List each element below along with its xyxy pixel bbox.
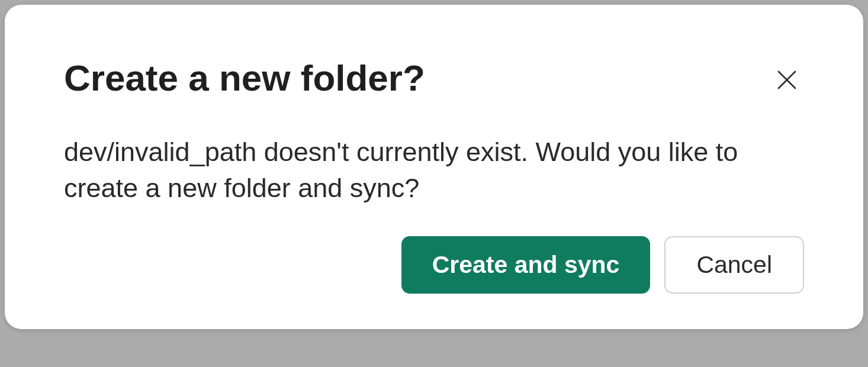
- close-button[interactable]: [770, 63, 804, 99]
- dialog-header: Create a new folder?: [64, 58, 804, 99]
- create-folder-dialog: Create a new folder? dev/invalid_path do…: [5, 5, 863, 329]
- close-icon: [774, 67, 799, 94]
- dialog-title: Create a new folder?: [64, 58, 425, 98]
- dialog-message: dev/invalid_path doesn't currently exist…: [64, 134, 804, 207]
- cancel-button[interactable]: Cancel: [664, 236, 804, 294]
- dialog-footer: Create and sync Cancel: [64, 236, 804, 294]
- create-and-sync-button[interactable]: Create and sync: [401, 236, 651, 294]
